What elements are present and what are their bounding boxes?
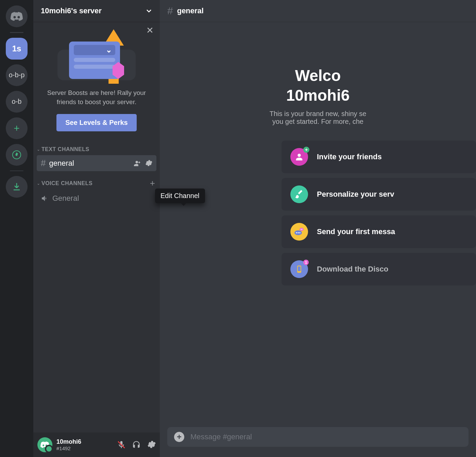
boost-promo-card: ✕ Server Boosts are here! Rally your fri… xyxy=(33,22,160,140)
brush-icon xyxy=(290,185,308,203)
headphones-icon xyxy=(132,440,141,449)
channel-label: General xyxy=(52,194,152,203)
speaker-icon xyxy=(41,194,49,202)
download-icon xyxy=(12,182,21,191)
chat-header: # general xyxy=(160,0,476,22)
welcome-action-cards: + Invite your friends Personalize your s… xyxy=(160,141,476,285)
mute-toggle[interactable] xyxy=(117,440,126,449)
rail-divider xyxy=(10,32,23,33)
svg-point-3 xyxy=(296,232,297,233)
card-label: Download the Disco xyxy=(317,265,388,274)
gear-icon xyxy=(147,440,156,449)
voice-channels-category[interactable]: ⌄ VOICE CHANNELS + xyxy=(33,172,160,191)
svg-point-5 xyxy=(299,232,301,233)
welcome-title: Welco 10mohi6 xyxy=(167,66,469,105)
category-label: TEXT CHANNELS xyxy=(41,146,89,152)
user-name: 10mohi6 xyxy=(56,438,81,445)
server-item-ob[interactable]: o-b xyxy=(6,91,28,113)
channel-title: general xyxy=(177,6,204,15)
discord-logo-icon xyxy=(11,12,23,21)
chevron-down-icon: ⌄ xyxy=(37,181,40,186)
compose-area: + xyxy=(160,427,476,457)
boost-illustration xyxy=(39,29,154,84)
home-button[interactable] xyxy=(6,5,28,27)
attach-button[interactable]: + xyxy=(174,432,184,442)
svg-text:Hi!: Hi! xyxy=(301,228,303,230)
svg-point-4 xyxy=(298,232,299,233)
plus-icon: + xyxy=(177,432,182,442)
edit-channel-tooltip: Edit Channel xyxy=(155,189,205,203)
invite-friends-card[interactable]: + Invite your friends xyxy=(282,141,476,173)
invite-icon: + xyxy=(290,148,308,166)
channel-general[interactable]: # general xyxy=(37,155,156,171)
category-label: VOICE CHANNELS xyxy=(41,180,92,186)
avatar[interactable] xyxy=(37,437,52,452)
mic-muted-icon xyxy=(117,440,126,449)
card-label: Personalize your serv xyxy=(317,190,394,199)
compass-icon xyxy=(12,150,21,160)
server-item-1s[interactable]: 1s xyxy=(6,38,28,60)
personalize-server-card[interactable]: Personalize your serv xyxy=(282,178,476,211)
add-channel-icon[interactable]: + xyxy=(150,178,155,189)
server-header[interactable]: 10mohi6's server xyxy=(33,0,160,22)
boost-text: Server Boosts are here! Rally your frien… xyxy=(39,88,154,107)
message-input[interactable] xyxy=(190,432,462,441)
add-server-button[interactable]: + xyxy=(6,117,28,139)
main-chat: # general Welco 10mohi6 This is your bra… xyxy=(160,0,476,457)
welcome-subtitle: This is your brand new, shiny se you get… xyxy=(167,110,469,126)
card-label: Send your first messa xyxy=(317,227,395,236)
channel-label: general xyxy=(49,159,131,168)
chevron-down-icon xyxy=(146,7,152,14)
create-invite-icon[interactable] xyxy=(134,160,141,167)
send-first-message-card[interactable]: Hi! Send your first messa xyxy=(282,215,476,248)
server-item-obp[interactable]: o-b-p xyxy=(6,64,28,86)
channel-panel: 10mohi6's server ✕ Server Boosts are her… xyxy=(33,0,160,457)
server-name: 10mohi6's server xyxy=(41,6,102,15)
text-channels-category[interactable]: ⌄ TEXT CHANNELS xyxy=(33,140,160,154)
plus-icon: + xyxy=(14,123,20,134)
explore-servers-button[interactable] xyxy=(6,144,28,166)
user-tag: #1492 xyxy=(56,445,81,451)
user-settings-button[interactable] xyxy=(147,440,156,449)
compose-box: + xyxy=(167,427,469,447)
rail-divider xyxy=(10,170,23,172)
welcome-block: Welco 10mohi6 This is your brand new, sh… xyxy=(160,66,476,126)
download-apps-button[interactable] xyxy=(6,176,28,198)
download-apps-card[interactable]: 1 Download the Disco xyxy=(282,253,476,285)
svg-rect-9 xyxy=(298,266,301,271)
card-label: Invite your friends xyxy=(317,152,382,161)
chat-bubble-icon: Hi! xyxy=(290,223,308,241)
discord-logo-icon xyxy=(40,441,49,448)
edit-channel-icon[interactable] xyxy=(145,160,152,167)
phone-icon: 1 xyxy=(290,260,308,278)
user-panel: 10mohi6 #1492 xyxy=(33,432,160,457)
hash-icon: # xyxy=(41,158,46,168)
deafen-toggle[interactable] xyxy=(132,440,141,449)
hash-icon: # xyxy=(167,5,173,17)
voice-channel-general[interactable]: General xyxy=(37,191,156,206)
chat-body: Welco 10mohi6 This is your brand new, sh… xyxy=(160,22,476,427)
chevron-down-icon: ⌄ xyxy=(37,147,40,152)
see-levels-perks-button[interactable]: See Levels & Perks xyxy=(56,114,136,131)
server-rail: 1s o-b-p o-b + xyxy=(0,0,33,457)
